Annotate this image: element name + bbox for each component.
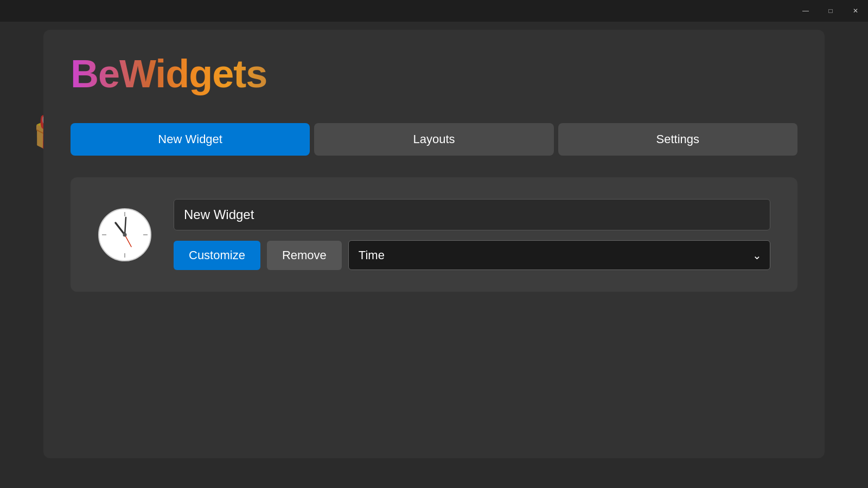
widget-type-selector-wrapper: Time Date Weather Calendar Clock Notes [348,240,770,270]
widget-type-select[interactable]: Time Date Weather Calendar Clock Notes [348,240,770,270]
widget-actions: Customize Remove Time Date Weather Calen… [174,240,770,270]
widget-name-input[interactable] [174,199,770,230]
nav-tabs: New Widget Layouts Settings [71,123,797,156]
widget-card: Customize Remove Time Date Weather Calen… [71,177,797,292]
app-title: BeWidgets [71,52,267,96]
clock-icon [98,208,152,262]
minimize-button[interactable]: — [793,0,818,22]
window-controls: — □ ✕ [793,0,868,22]
customize-button[interactable]: Customize [174,241,260,270]
close-button[interactable]: ✕ [843,0,868,22]
svg-point-8 [123,233,127,236]
remove-button[interactable]: Remove [267,241,342,270]
main-panel: BeWidgets New Widget Layouts Settings [43,30,825,458]
tab-settings[interactable]: Settings [558,123,797,156]
tab-new-widget[interactable]: New Widget [71,123,310,156]
maximize-button[interactable]: □ [818,0,843,22]
title-bar: — □ ✕ [0,0,868,22]
tab-layouts[interactable]: Layouts [314,123,553,156]
widget-controls: Customize Remove Time Date Weather Calen… [174,199,770,270]
